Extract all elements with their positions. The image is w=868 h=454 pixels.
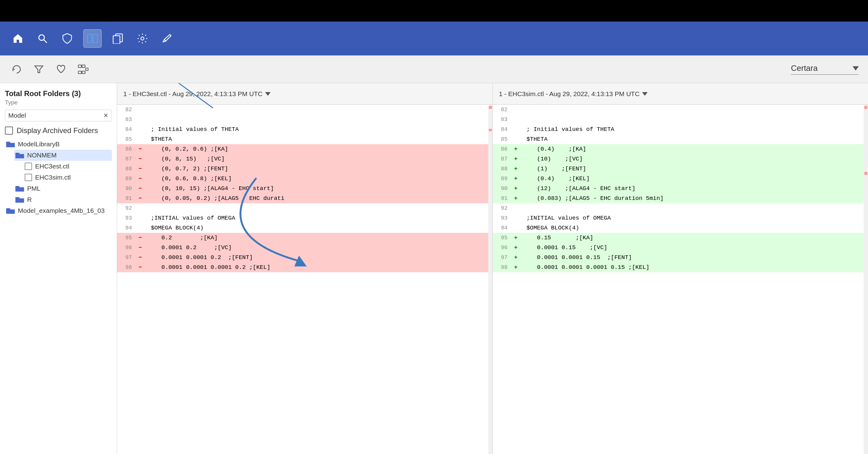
file-icon-ehc3est [25, 163, 32, 170]
secondary-toolbar: Certara [0, 56, 868, 83]
certara-dropdown[interactable]: Certara [791, 63, 859, 75]
archived-row: Display Archived Folders [5, 126, 112, 135]
filter-icon[interactable] [31, 62, 46, 77]
svg-rect-3 [93, 34, 97, 43]
diff-header-left-label: 1 - EHC3est.ctl - Aug 29, 2022, 4:13:13 … [123, 90, 262, 98]
diff-line-90-right: 90 + (12) ;[ALAG4 - EHC start] [493, 184, 868, 193]
diff-line-90-left: 90 − (0, 10, 15) ;[ALAG4 - EHC start] [117, 184, 493, 193]
right-scrollbar-indicators [864, 105, 868, 454]
tree-item-nonmem[interactable]: NONMEM [14, 150, 112, 161]
hierarchy-icon[interactable] [76, 62, 91, 77]
diff-header-right-label: 1 - EHC3sim.ctl - Aug 29, 2022, 4:13:13 … [499, 90, 640, 98]
sidebar: Total Root Folders (3) Type ✕ Display Ar… [0, 83, 117, 454]
sidebar-filter-input[interactable] [8, 112, 101, 119]
toolbar [0, 22, 868, 56]
diff-line-96-right: 96 + 0.0001 0.15 ;[VC] [493, 243, 868, 253]
svg-line-1 [44, 40, 47, 43]
tree-item-r[interactable]: R [14, 194, 112, 205]
diff-line-94-left: 94 $OMEGA BLOCK(4) [117, 223, 493, 233]
svg-rect-10 [78, 71, 82, 74]
diff-line-82-left: 82 [117, 105, 493, 115]
tree-label-r: R [27, 196, 32, 203]
diff-line-88-right: 88 + (1) ;[FENT] [493, 164, 868, 174]
svg-rect-8 [78, 65, 82, 67]
shield-icon[interactable] [59, 30, 76, 47]
file-icon-ehc3sim [25, 174, 32, 181]
refresh-icon[interactable] [9, 62, 24, 77]
search-icon[interactable] [34, 30, 51, 47]
tree-label-nonmem: NONMEM [27, 152, 57, 159]
svg-rect-5 [113, 36, 120, 44]
diff-line-92-left: 92 [117, 203, 493, 213]
diff-line-95-left: 95 − 0.2 ;[KA] [117, 233, 493, 243]
home-icon[interactable] [9, 30, 27, 47]
tree-item-modellibraryb[interactable]: ModelLibraryB [5, 139, 112, 150]
diff-line-97-right: 97 + 0.0001 0.0001 0.15 ;[FENT] [493, 253, 868, 262]
tree-label-ehc3est: EHC3est.ctl [35, 163, 69, 170]
certara-label: Certara [791, 63, 849, 73]
diff-line-97-left: 97 − 0.0001 0.0001 0.2 ;[FENT] [117, 253, 493, 262]
diff-line-93-right: 93 ;INITIAL values of OMEGA [493, 213, 868, 223]
tree: ModelLibraryB NONMEM EHC3est.ctl EHC3sim… [5, 139, 112, 216]
diff-line-86-right: 86 + (0.4) ;[KA] [493, 144, 868, 154]
diff-line-84-left: 84 ; Initial values of THETA [117, 124, 493, 134]
tree-item-ehc3est[interactable]: EHC3est.ctl [24, 161, 112, 172]
tree-label-modelexamples: Model_examples_4Mb_16_03 [18, 207, 104, 215]
favorites-icon[interactable] [54, 62, 68, 77]
diff-line-91-left: 91 − (0, 0.05, 0.2) ;[ALAG5 - EHC durati [117, 193, 493, 203]
diff-line-86-left: 86 − (0, 0.2, 0.6) ;[KA] [117, 144, 493, 154]
tree-item-pml[interactable]: PML [14, 183, 112, 194]
diff-line-84-right: 84 ; Initial values of THETA [493, 124, 868, 134]
diff-content: 82 83 84 ; Initial values of THETA 85 [117, 105, 868, 454]
top-black-bar [0, 0, 868, 22]
diff-line-96-left: 96 − 0.0001 0.2 ;[VC] [117, 243, 493, 253]
main-area: Total Root Folders (3) Type ✕ Display Ar… [0, 83, 868, 454]
diff-pane-left[interactable]: 82 83 84 ; Initial values of THETA 85 [117, 105, 493, 454]
tree-label-modellibraryb: ModelLibraryB [18, 140, 60, 148]
diff-area: 1 - EHC3est.ctl - Aug 29, 2022, 4:13:13 … [117, 83, 868, 454]
svg-marker-13 [852, 66, 859, 70]
diff-line-89-left: 89 − (0, 0.6, 0.8) ;[KEL] [117, 174, 493, 184]
diff-line-88-left: 88 − (0, 0.7, 2) ;[FENT] [117, 164, 493, 174]
svg-rect-2 [88, 34, 92, 43]
diff-line-87-left: 87 − (0, 8, 15) ;[VC] [117, 154, 493, 164]
diff-headers: 1 - EHC3est.ctl - Aug 29, 2022, 4:13:13 … [117, 83, 868, 105]
filter-clear-icon[interactable]: ✕ [103, 112, 108, 119]
compare-icon[interactable] [83, 29, 102, 48]
diff-line-85-right: 85 $THETA [493, 134, 868, 144]
diff-header-left[interactable]: 1 - EHC3est.ctl - Aug 29, 2022, 4:13:13 … [117, 83, 493, 104]
diff-line-92-right: 92 [493, 203, 868, 213]
diff-line-85-left: 85 $THETA [117, 134, 493, 144]
diff-pane-right[interactable]: 82 83 84 ; Initial values of THETA 85 [493, 105, 868, 454]
svg-marker-16 [265, 92, 271, 96]
diff-line-98-right: 98 + 0.0001 0.0001 0.0001 0.15 ;[KEL] [493, 262, 868, 272]
archived-checkbox[interactable] [5, 127, 13, 135]
diff-line-91-right: 91 + (0.083) ;[ALAG5 - EHC duration 5min… [493, 193, 868, 203]
diff-line-94-right: 94 $OMEGA BLOCK(4) [493, 223, 868, 233]
diff-line-93-left: 93 ;INITIAL values of OMEGA [117, 213, 493, 223]
settings-icon[interactable] [134, 30, 151, 47]
svg-point-6 [141, 37, 144, 40]
diff-line-82-right: 82 [493, 105, 868, 115]
tree-label-ehc3sim: EHC3sim.ctl [35, 174, 71, 181]
tree-label-pml: PML [27, 185, 40, 192]
svg-rect-12 [86, 68, 88, 70]
tree-item-modelexamples[interactable]: Model_examples_4Mb_16_03 [5, 205, 112, 216]
sidebar-filter-box: ✕ [5, 110, 112, 121]
diff-line-83-left: 83 [117, 115, 493, 124]
sidebar-type-label: Type [5, 99, 112, 106]
svg-marker-17 [642, 92, 648, 96]
svg-rect-9 [82, 65, 85, 67]
diff-line-87-right: 87 + (10) ;[VC] [493, 154, 868, 164]
diff-line-83-right: 83 [493, 115, 868, 124]
diff-header-right[interactable]: 1 - EHC3sim.ctl - Aug 29, 2022, 4:13:13 … [493, 83, 868, 104]
tree-item-ehc3sim[interactable]: EHC3sim.ctl [24, 172, 112, 183]
diff-line-89-right: 89 + (0.4) ;[KEL] [493, 174, 868, 184]
diff-line-98-left: 98 − 0.0001 0.0001 0.0001 0.2 ;[KEL] [117, 262, 493, 272]
edit-icon[interactable] [158, 30, 176, 47]
diff-line-95-right: 95 + 0.15 ;[KA] [493, 233, 868, 243]
copy-icon[interactable] [109, 30, 126, 47]
svg-rect-11 [82, 71, 85, 74]
sidebar-title: Total Root Folders (3) [5, 89, 112, 98]
svg-point-0 [39, 35, 44, 40]
